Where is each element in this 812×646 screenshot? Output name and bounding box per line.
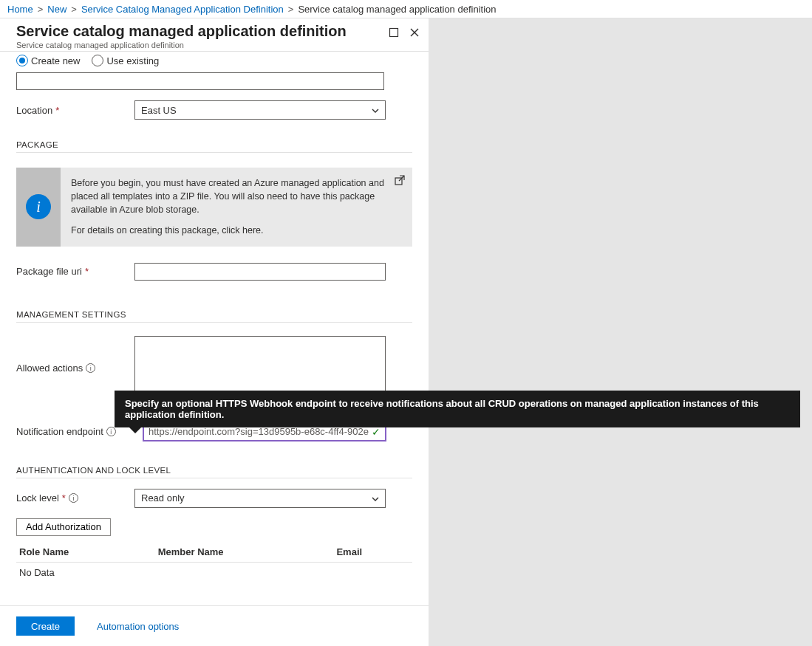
table-row-empty: No Data — [16, 562, 412, 583]
location-select[interactable]: East US — [134, 100, 386, 120]
info-circle-icon[interactable]: i — [106, 427, 116, 436]
notification-endpoint-label: Notification endpoint i — [16, 426, 143, 437]
blade-footer: Create Automation options — [0, 605, 429, 646]
radio-create-new[interactable]: Create new — [16, 55, 80, 66]
info-circle-icon[interactable]: i — [69, 493, 78, 503]
radio-use-existing[interactable]: Use existing — [92, 55, 159, 66]
blade-subtitle: Service catalog managed application defi… — [16, 41, 418, 49]
col-email: Email — [333, 542, 412, 563]
resource-group-name-input[interactable] — [16, 72, 384, 90]
right-gray-panel — [429, 18, 812, 646]
section-package: PACKAGE — [16, 140, 412, 153]
automation-options-link[interactable]: Automation options — [97, 621, 179, 632]
radio-use-existing-label: Use existing — [106, 55, 159, 66]
breadcrumb-catalog[interactable]: Service Catalog Managed Application Defi… — [81, 4, 284, 15]
authorization-table: Role Name Member Name Email No Data — [16, 542, 412, 583]
no-data-cell: No Data — [16, 562, 412, 583]
create-button[interactable]: Create — [16, 616, 75, 636]
breadcrumb-new[interactable]: New — [47, 4, 66, 15]
chevron-down-icon — [372, 106, 379, 114]
chevron-down-icon — [372, 494, 379, 503]
col-role-name: Role Name — [16, 542, 155, 563]
breadcrumb-sep: > — [71, 4, 77, 15]
breadcrumb-sep: > — [38, 4, 44, 15]
blade-header: Service catalog managed application defi… — [0, 18, 429, 52]
info-circle-icon[interactable]: i — [86, 363, 95, 373]
package-infobox: i Before you begin, you must have create… — [16, 168, 412, 247]
breadcrumb-current: Service catalog managed application defi… — [298, 4, 496, 15]
package-file-uri-label: Package file uri* — [16, 266, 134, 277]
allowed-actions-label: Allowed actions i — [16, 362, 134, 374]
package-info-text2: For details on creating this package, cl… — [71, 224, 402, 237]
blade-title: Service catalog managed application defi… — [16, 23, 418, 40]
lock-level-value: Read only — [141, 492, 185, 504]
package-file-uri-input[interactable] — [134, 263, 386, 281]
section-auth: AUTHENTICATION AND LOCK LEVEL — [16, 466, 412, 478]
add-authorization-button[interactable]: Add Authorization — [16, 518, 111, 536]
location-label: Location* — [16, 105, 134, 116]
breadcrumb-sep: > — [288, 4, 294, 15]
blade-body[interactable]: Create new Use existing Location* East U… — [0, 52, 429, 605]
lock-level-label: Lock level* i — [16, 492, 134, 504]
notification-endpoint-tooltip: Specify an optional HTTPS Webhook endpoi… — [115, 391, 800, 427]
restore-icon[interactable] — [387, 26, 400, 39]
location-value: East US — [141, 105, 177, 116]
svg-rect-0 — [390, 29, 398, 37]
package-info-text1: Before you begin, you must have created … — [71, 176, 402, 216]
external-link-icon[interactable] — [395, 175, 405, 185]
notification-endpoint-value: https://endpoint.com?sig=13d9595b-e68c-4… — [149, 426, 369, 437]
info-icon: i — [26, 194, 51, 219]
close-icon[interactable] — [408, 26, 421, 39]
breadcrumb: Home > New > Service Catalog Managed App… — [0, 0, 812, 18]
breadcrumb-home[interactable]: Home — [7, 4, 33, 15]
section-management: MANAGEMENT SETTINGS — [16, 310, 412, 323]
lock-level-select[interactable]: Read only — [134, 489, 386, 508]
col-member-name: Member Name — [155, 542, 334, 563]
blade-panel: Service catalog managed application defi… — [0, 18, 429, 646]
radio-create-new-label: Create new — [31, 55, 80, 66]
